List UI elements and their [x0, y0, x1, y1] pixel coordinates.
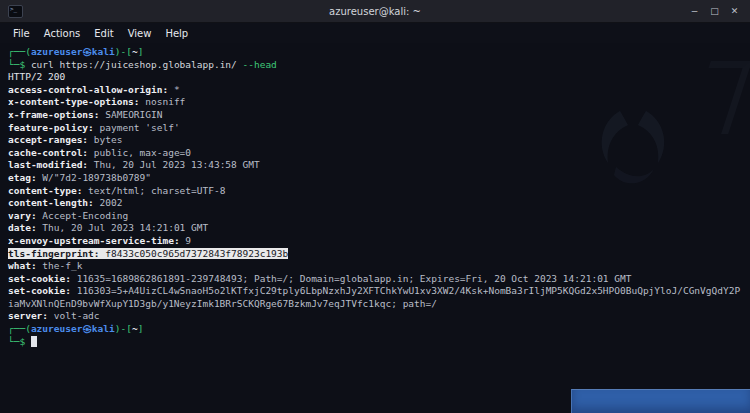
- http-header-line: content-length: 2002: [8, 197, 742, 210]
- background-overlay: [571, 389, 750, 413]
- header-name: set-cookie: [8, 285, 65, 296]
- prompt-symbol: └─$: [8, 336, 31, 347]
- header-value: 11635=1689862861891-239748493; Path=/; D…: [77, 273, 632, 284]
- header-value: Thu, 20 Jul 2023 13:43:58 GMT: [94, 159, 260, 170]
- http-header-line: feature-policy: payment 'self': [8, 122, 742, 135]
- header-name: what: [8, 260, 31, 271]
- header-value: bytes: [94, 134, 123, 145]
- menu-file[interactable]: File: [6, 26, 37, 41]
- http-header-line: x-content-type-options: nosniff: [8, 96, 742, 109]
- prompt-user-host: azureuser㉿kali: [31, 46, 115, 57]
- menu-view[interactable]: View: [121, 26, 159, 41]
- header-separator: :: [42, 310, 53, 321]
- http-header-line: content-type: text/html; charset=UTF-8: [8, 185, 742, 198]
- terminal-app-icon: [8, 5, 23, 18]
- header-separator: :: [77, 185, 88, 196]
- header-name: content-type: [8, 185, 77, 196]
- header-value: volt-adc: [54, 310, 100, 321]
- prompt-symbol: └─$: [8, 59, 31, 70]
- header-name: date: [8, 222, 31, 233]
- http-header-line: last-modified: Thu, 20 Jul 2023 13:43:58…: [8, 159, 742, 172]
- header-separator: :: [134, 96, 145, 107]
- terminal[interactable]: ┌──(azureuser㉿kali)-[~] └─$ curl https:/…: [0, 43, 750, 413]
- header-value: 9: [185, 235, 191, 246]
- header-value: Thu, 20 Jul 2023 14:21:01 GMT: [42, 222, 208, 233]
- prompt-frame-open: ┌──(: [8, 46, 31, 57]
- header-name: content-length: [8, 197, 88, 208]
- terminal-cursor[interactable]: [31, 336, 37, 347]
- menu-edit[interactable]: Edit: [87, 26, 120, 41]
- header-value: 116303=5+A4UizCL4wSnaoH5o2lKTfxjC29tply6…: [8, 285, 740, 309]
- header-separator: :: [31, 260, 42, 271]
- header-value: text/html; charset=UTF-8: [88, 185, 225, 196]
- http-header-line: set-cookie: 116303=5+A4UizCL4wSnaoH5o2lK…: [8, 285, 742, 310]
- header-separator: :: [88, 122, 99, 133]
- http-header-line: etag: W/"7d2-189738b0789": [8, 172, 742, 185]
- header-value: SAMEORIGIN: [105, 109, 162, 120]
- header-name: etag: [8, 172, 31, 183]
- http-headers: access-control-allow-origin: *x-content-…: [8, 84, 742, 323]
- window-controls: − □ ✕: [688, 1, 750, 21]
- header-separator: :: [31, 222, 42, 233]
- http-header-line: cache-control: public, max-age=0: [8, 147, 742, 160]
- header-separator: :: [31, 172, 42, 183]
- header-name: server: [8, 310, 42, 321]
- prompt-line-1: ┌──(azureuser㉿kali)-[~]: [8, 46, 742, 59]
- command-text: curl https://juiceshop.globalapp.in/: [31, 59, 243, 70]
- header-name: set-cookie: [8, 273, 65, 284]
- minimize-button[interactable]: −: [688, 1, 701, 21]
- close-button[interactable]: ✕: [728, 1, 741, 21]
- header-separator: :: [174, 235, 185, 246]
- menu-actions[interactable]: Actions: [37, 26, 88, 41]
- prompt-line-2: ┌──(azureuser㉿kali)-[~]: [8, 323, 742, 336]
- header-value: public, max-age=0: [94, 147, 191, 158]
- prompt-frame-open: ┌──(: [8, 323, 31, 334]
- header-name: x-envoy-upstream-service-time: [8, 235, 174, 246]
- header-name: vary: [8, 210, 31, 221]
- command-flag: --head: [243, 59, 277, 70]
- header-separator: :: [162, 84, 173, 95]
- prompt-frame-mid: )-[: [115, 46, 132, 57]
- header-separator: :: [82, 159, 93, 170]
- header-name: feature-policy: [8, 122, 88, 133]
- titlebar[interactable]: azureuser@kali: ~ − □ ✕: [0, 0, 750, 23]
- window-title: azureuser@kali: ~: [0, 6, 750, 17]
- header-separator: :: [82, 134, 93, 145]
- header-separator: :: [94, 248, 105, 259]
- header-value: f8433c050c965d7372843f78923c193b: [105, 248, 288, 259]
- terminal-window: azureuser@kali: ~ − □ ✕ File Actions Edi…: [0, 0, 750, 413]
- header-value: payment 'self': [100, 122, 180, 133]
- header-name: access-control-allow-origin: [8, 84, 162, 95]
- http-header-line: tls-fingerprint: f8433c050c965d7372843f7…: [8, 248, 742, 261]
- maximize-button[interactable]: □: [708, 1, 721, 21]
- prompt-user-host: azureuser㉿kali: [31, 323, 115, 334]
- menu-help[interactable]: Help: [158, 26, 195, 41]
- header-value: Accept-Encoding: [42, 210, 128, 221]
- header-separator: :: [65, 285, 76, 296]
- http-header-line: what: the-f_k: [8, 260, 742, 273]
- header-separator: :: [65, 273, 76, 284]
- header-separator: :: [82, 147, 93, 158]
- http-header-line: access-control-allow-origin: *: [8, 84, 742, 97]
- header-name: cache-control: [8, 147, 82, 158]
- http-header-line: date: Thu, 20 Jul 2023 14:21:01 GMT: [8, 222, 742, 235]
- http-header-line: accept-ranges: bytes: [8, 134, 742, 147]
- header-value: W/"7d2-189738b0789": [42, 172, 151, 183]
- header-name: last-modified: [8, 159, 82, 170]
- http-header-line: x-envoy-upstream-service-time: 9: [8, 235, 742, 248]
- http-status-line: HTTP/2 200: [8, 71, 742, 84]
- header-value: nosniff: [145, 96, 185, 107]
- menubar: File Actions Edit View Help: [0, 23, 750, 43]
- command-line: └─$ curl https://juiceshop.globalapp.in/…: [8, 59, 742, 72]
- header-value: 2002: [100, 197, 123, 208]
- prompt-frame-close: ]: [138, 323, 144, 334]
- http-header-line: vary: Accept-Encoding: [8, 210, 742, 223]
- header-name: tls-fingerprint: [8, 248, 94, 259]
- header-name: x-content-type-options: [8, 96, 134, 107]
- http-header-line: set-cookie: 11635=1689862861891-23974849…: [8, 273, 742, 286]
- header-separator: :: [88, 197, 99, 208]
- http-header-line: server: volt-adc: [8, 310, 742, 323]
- header-value: *: [174, 84, 180, 95]
- header-separator: :: [31, 210, 42, 221]
- input-line[interactable]: └─$: [8, 336, 742, 349]
